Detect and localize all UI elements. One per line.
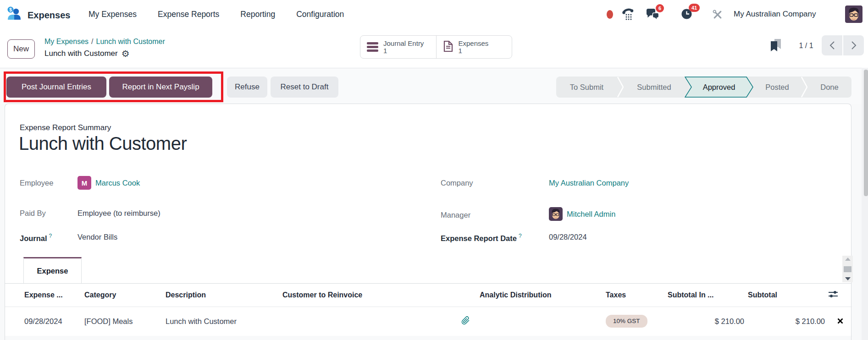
col-category[interactable]: Category xyxy=(81,284,161,307)
company-label: Company xyxy=(441,179,473,187)
journal-label: Journal? xyxy=(20,233,52,243)
manager-value[interactable]: Mitchell Admin xyxy=(549,207,615,221)
step-submitted[interactable]: Submitted xyxy=(624,77,685,98)
cell-category[interactable]: [FOOD] Meals xyxy=(81,307,161,336)
step-separator xyxy=(801,77,807,98)
cell-analytic[interactable] xyxy=(477,307,601,336)
col-analytic[interactable]: Analytic Distribution xyxy=(477,284,601,307)
status-pipeline: To Submit Submitted Approved Posted Done xyxy=(556,77,851,98)
journal-entry-icon xyxy=(367,42,378,52)
app-brand[interactable]: $ Expenses xyxy=(6,5,70,25)
status-bar: Post Journal Entries Report in Next Pays… xyxy=(0,68,868,104)
journal-help-icon[interactable]: ? xyxy=(49,233,52,239)
breadcrumb-current[interactable]: Lunch with Customer xyxy=(96,38,165,45)
paid-by-value[interactable]: Employee (to reimburse) xyxy=(77,209,160,218)
pager-counter: 1 / 1 xyxy=(791,42,821,50)
svg-text:$: $ xyxy=(9,7,12,12)
step-to-submit[interactable]: To Submit xyxy=(556,77,617,98)
attachment-paperclip-icon[interactable] xyxy=(453,307,477,336)
window-scrollbar[interactable] xyxy=(862,68,868,340)
cell-description[interactable]: Lunch with Customer xyxy=(161,307,275,336)
cell-date[interactable]: 09/28/2024 xyxy=(5,307,81,336)
expense-lines-table: Expense ... Category Description Custome… xyxy=(5,284,852,336)
expenses-smart-button[interactable]: Expenses 1 xyxy=(436,36,512,58)
delete-row-icon[interactable] xyxy=(828,307,852,336)
menu-my-expenses[interactable]: My Expenses xyxy=(88,10,137,19)
col-customer[interactable]: Customer to Reinvoice xyxy=(275,284,453,307)
col-subtotal[interactable]: Subtotal xyxy=(748,284,828,307)
cell-subtotal[interactable]: $ 210.00 xyxy=(748,307,828,336)
col-expense-date[interactable]: Expense ... xyxy=(5,284,81,307)
company-value[interactable]: My Australian Company xyxy=(549,179,629,187)
manager-label: Manager xyxy=(441,211,470,219)
scroll-up-icon[interactable] xyxy=(845,258,851,261)
paid-by-label: Paid By xyxy=(20,209,46,218)
activity-count-badge: 41 xyxy=(689,4,700,12)
col-subtotal-in[interactable]: Subtotal In ... xyxy=(668,284,748,307)
top-navbar: $ Expenses My Expenses Expense Reports R… xyxy=(0,0,868,28)
form-sheet: Expense Report Summary Lunch with Custom… xyxy=(5,104,851,340)
smart-buttons: Journal Entry 1 Expenses 1 xyxy=(360,35,512,59)
step-separator xyxy=(617,77,624,98)
scroll-down-icon[interactable] xyxy=(845,277,851,280)
table-header-row: Expense ... Category Description Custome… xyxy=(5,284,852,307)
menu-reporting[interactable]: Reporting xyxy=(240,10,275,19)
page-title: Lunch with Customer xyxy=(19,133,187,154)
content-area: Expense Report Summary Lunch with Custom… xyxy=(0,104,868,340)
messages-icon[interactable]: 6 xyxy=(646,8,659,20)
col-settings[interactable] xyxy=(828,284,852,307)
report-date-value[interactable]: 09/28/2024 xyxy=(549,233,587,241)
pager-next-button[interactable] xyxy=(843,35,864,55)
employee-value[interactable]: M Marcus Cook xyxy=(77,176,140,190)
company-switcher[interactable]: My Australian Company xyxy=(734,10,816,19)
breadcrumb: My Expenses/Lunch with Customer Lunch wi… xyxy=(44,38,165,59)
expenses-app-icon: $ xyxy=(6,5,23,25)
next-row-strip xyxy=(5,336,851,340)
summary-label: Expense Report Summary xyxy=(20,123,111,132)
journal-value[interactable]: Vendor Bills xyxy=(77,233,117,241)
cell-taxes[interactable]: 10% GST xyxy=(601,307,668,336)
col-description[interactable]: Description xyxy=(161,284,275,307)
menu-expense-reports[interactable]: Expense Reports xyxy=(158,10,219,19)
cell-customer[interactable] xyxy=(275,307,453,336)
expense-row[interactable]: 09/28/2024 [FOOD] Meals Lunch with Custo… xyxy=(5,307,852,336)
step-done[interactable]: Done xyxy=(807,77,851,98)
user-avatar[interactable] xyxy=(845,5,862,23)
cell-subtotal-in[interactable]: $ 210.00 xyxy=(668,307,748,336)
window-scrollbar-thumb[interactable] xyxy=(864,70,868,196)
activities-icon[interactable]: 41 xyxy=(680,8,693,20)
manager-avatar xyxy=(549,207,563,221)
recording-indicator-icon xyxy=(607,10,613,19)
report-date-label: Expense Report Date? xyxy=(441,233,522,243)
col-attachment xyxy=(453,284,477,307)
tools-icon[interactable] xyxy=(712,9,723,20)
breadcrumb-my-expenses[interactable]: My Expenses xyxy=(44,38,88,45)
settings-gear-icon[interactable]: ⚙ xyxy=(122,48,130,59)
report-date-help-icon[interactable]: ? xyxy=(519,233,522,239)
new-button[interactable]: New xyxy=(7,39,35,59)
employee-label: Employee xyxy=(20,179,53,187)
bookmark-icon[interactable] xyxy=(769,38,782,54)
step-approved[interactable]: Approved xyxy=(685,77,753,98)
main-menu: My Expenses Expense Reports Reporting Co… xyxy=(88,0,344,28)
pager-previous-button[interactable] xyxy=(822,35,842,55)
journal-entry-smart-button[interactable]: Journal Entry 1 xyxy=(360,36,436,58)
expenses-doc-icon xyxy=(443,40,453,55)
reset-to-draft-button[interactable]: Reset to Draft xyxy=(271,77,338,98)
refuse-button[interactable]: Refuse xyxy=(227,77,267,98)
col-taxes[interactable]: Taxes xyxy=(601,284,668,307)
inner-scrollbar[interactable] xyxy=(842,256,853,282)
step-posted[interactable]: Posted xyxy=(753,77,801,98)
app-name: Expenses xyxy=(28,10,70,21)
record-title: Lunch with Customer xyxy=(44,49,118,58)
tax-tag[interactable]: 10% GST xyxy=(606,315,647,327)
employee-avatar: M xyxy=(77,176,91,190)
message-count-badge: 6 xyxy=(656,4,664,12)
control-panel: New My Expenses/Lunch with Customer Lunc… xyxy=(0,28,868,68)
annotation-rectangle xyxy=(4,71,223,102)
tab-expense[interactable]: Expense xyxy=(23,257,82,284)
phone-icon[interactable] xyxy=(622,8,635,21)
scroll-thumb[interactable] xyxy=(844,266,851,272)
menu-configuration[interactable]: Configuration xyxy=(296,10,344,19)
